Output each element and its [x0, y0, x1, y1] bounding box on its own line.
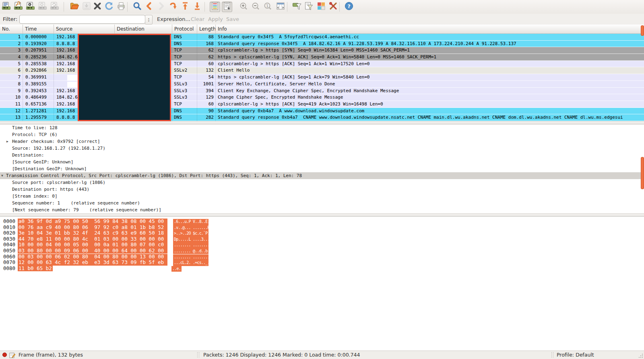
detail-line[interactable]: Destination port: https (443) — [0, 186, 644, 193]
detail-line[interactable]: Protocol: TCP (6) — [0, 131, 644, 138]
hex-row[interactable]: 0000a0 36 9f 0d a9 75 00 50 56 99 84 38 … — [0, 219, 644, 225]
hex-bytes[interactable]: 00 03 00 00 06 02 00 80 04 00 80 00 00 1… — [18, 254, 167, 260]
preferences-button[interactable] — [328, 2, 339, 12]
cell-info: Client Key Exchange, Change Cipher Spec,… — [216, 88, 644, 95]
column-header-length[interactable]: Length — [197, 25, 216, 34]
detail-line[interactable]: Destination: — [0, 152, 644, 159]
packet-list-scrollbar-thumb[interactable] — [641, 25, 644, 36]
column-header-info[interactable]: Info — [216, 25, 644, 34]
expert-info-icon[interactable] — [2, 353, 7, 357]
go-to-top-button[interactable] — [180, 2, 190, 12]
hex-bytes[interactable]: a0 36 9f 0d a9 75 00 50 56 99 84 38 08 0… — [18, 219, 167, 225]
zoom-100-button[interactable]: 1 — [262, 2, 273, 12]
detail-line[interactable]: ▶Header checksum: 0x9792 [correct] — [0, 138, 644, 145]
hex-row[interactable]: 001000 76 aa c9 40 00 80 06 97 92 c0 a8 … — [0, 225, 644, 231]
expander-open-icon[interactable]: ▼ — [1, 172, 3, 179]
coloring-rules-button[interactable] — [316, 2, 326, 12]
detail-line[interactable]: Sequence number: 1 (relative sequence nu… — [0, 200, 644, 206]
column-header-destination[interactable]: Destination — [115, 25, 172, 34]
start-capture-button[interactable] — [25, 2, 36, 12]
column-header-time[interactable]: Time — [23, 25, 54, 34]
open-file-button[interactable] — [69, 2, 80, 12]
colorize-button[interactable] — [210, 2, 220, 12]
pane-splitter[interactable] — [0, 121, 644, 124]
expander-closed-icon[interactable]: ▶ — [6, 138, 8, 145]
detail-text: [Stream index: 0] — [12, 193, 58, 200]
hex-offset: 0020 — [3, 230, 17, 236]
detail-line[interactable]: [Stream index: 0] — [0, 193, 644, 200]
detail-text: Sequence number: 1 (relative sequence nu… — [12, 200, 140, 206]
hex-bytes[interactable]: 3e 10 04 3e 01 bb 32 4f 24 63 c9 63 e9 6… — [18, 230, 167, 236]
resize-columns-button[interactable] — [275, 2, 286, 12]
profile-text: Profile: Default — [557, 352, 594, 358]
svg-text:?: ? — [347, 3, 351, 9]
hex-offset: 0080 — [3, 266, 17, 272]
hex-row[interactable]: 007012 00 00 63 4c f2 32 eb e3 3d 63 73 … — [0, 260, 644, 266]
hex-ascii[interactable]: Dp.....L ....3... — [173, 237, 208, 243]
hex-ascii[interactable]: >..>..2O $c.c.`P. — [173, 231, 208, 237]
hex-ascii[interactable]: .v..@... .......R — [173, 225, 208, 231]
detail-line[interactable]: Source: 192.168.1.27 (192.168.1.27) — [0, 145, 644, 152]
hex-bytes[interactable]: 03 00 80 00 00 09 06 00 40 00 00 64 00 0… — [18, 248, 167, 254]
detail-line[interactable]: ▼Transmission Control Protocol, Src Port… — [0, 172, 644, 179]
go-back-button[interactable] — [144, 2, 155, 12]
hex-row[interactable]: 004010 00 00 04 00 00 05 00 00 0a 01 00 … — [0, 242, 644, 248]
cell-info: Standard query 0xb4a7 A www.download.win… — [216, 108, 644, 115]
zoom-out-button[interactable] — [250, 2, 261, 12]
hex-row[interactable]: 003044 70 e8 11 00 00 80 4c 01 03 00 00 … — [0, 236, 644, 242]
autoscroll-button[interactable] — [222, 2, 232, 12]
pane-splitter[interactable] — [0, 213, 644, 216]
clear-button[interactable]: Clear — [191, 16, 204, 22]
resize-grip[interactable] — [638, 353, 643, 358]
hex-ascii[interactable]: ........ ........ — [173, 254, 208, 260]
capture-filter-button[interactable] — [292, 2, 302, 12]
go-to-bottom-button[interactable] — [192, 2, 202, 12]
hex-row[interactable]: 005003 00 80 00 00 09 06 00 40 00 00 64 … — [0, 248, 644, 254]
hex-row[interactable]: 008011 b0 65 b2..e. — [0, 266, 644, 272]
filter-stepper[interactable]: ▴▾ — [145, 15, 153, 25]
go-to-packet-button[interactable] — [168, 2, 178, 12]
detail-line[interactable]: Source port: cplscrambler-lg (1086) — [0, 179, 644, 186]
hex-row[interactable]: 00203e 10 04 3e 01 bb 32 4f 24 63 c9 63 … — [0, 230, 644, 236]
display-filter-button[interactable] — [303, 2, 314, 12]
hex-bytes[interactable]: 12 00 00 63 4c f2 32 eb e3 3d 63 73 09 f… — [18, 260, 167, 266]
detail-line[interactable]: [Source GeoIP: Unknown] — [0, 159, 644, 165]
cell-protocol: TCP — [172, 74, 197, 81]
cell-no: 6 — [0, 67, 23, 74]
help-button[interactable]: ? — [344, 2, 354, 12]
hex-bytes[interactable]: 11 b0 65 b2 — [18, 266, 53, 272]
hex-bytes[interactable]: 00 76 aa c9 40 00 80 06 97 92 c0 a8 01 1… — [18, 225, 167, 231]
hex-ascii[interactable]: ........ @..d..b. — [173, 248, 208, 254]
hex-bytes[interactable]: 10 00 00 04 00 00 05 00 00 0a 01 00 80 0… — [18, 242, 167, 248]
hex-bytes[interactable]: 44 70 e8 11 00 00 80 4c 01 03 00 00 33 0… — [18, 236, 167, 242]
column-header-protocol[interactable]: Protocol — [172, 25, 197, 34]
column-header-source[interactable]: Source — [54, 25, 115, 34]
hex-ascii[interactable]: .6...u.P V..8..E. — [173, 219, 208, 225]
expression-button[interactable]: Expression... — [157, 16, 190, 22]
filter-input[interactable] — [19, 15, 145, 24]
list-interfaces-button[interactable] — [1, 2, 12, 12]
svg-text:1: 1 — [266, 4, 268, 8]
zoom-in-button[interactable] — [238, 2, 249, 12]
hex-ascii[interactable]: ..e. — [171, 266, 182, 272]
close-file-button[interactable] — [92, 2, 103, 12]
find-packet-button[interactable] — [132, 2, 142, 12]
cell-no: 11 — [0, 101, 23, 108]
cell-time: 1.295579 — [23, 114, 54, 121]
save-filter-button[interactable]: Save — [226, 16, 239, 22]
detail-line[interactable]: [Next sequence number: 79 (relative sequ… — [0, 206, 644, 213]
hex-row[interactable]: 006000 03 00 00 06 02 00 80 04 00 80 00 … — [0, 254, 644, 260]
capture-comment-icon[interactable] — [9, 352, 16, 359]
detail-line[interactable]: [Destination GeoIP: Unknown] — [0, 165, 644, 172]
details-scrollbar-thumb[interactable] — [641, 157, 644, 189]
capture-options-button[interactable] — [13, 2, 24, 12]
column-header-no[interactable]: No. — [0, 25, 23, 34]
apply-button[interactable]: Apply — [208, 16, 223, 22]
detail-line[interactable]: Time to live: 128 — [0, 124, 644, 131]
reload-button[interactable] — [104, 2, 114, 12]
go-to-bottom-icon — [192, 1, 202, 12]
detail-text: [Source GeoIP: Unknown] — [12, 159, 73, 165]
hex-ascii[interactable]: ........ ........ — [173, 242, 208, 248]
hex-ascii[interactable]: ...cL.2. .=cs.._. — [173, 260, 208, 266]
print-button[interactable] — [116, 2, 126, 12]
